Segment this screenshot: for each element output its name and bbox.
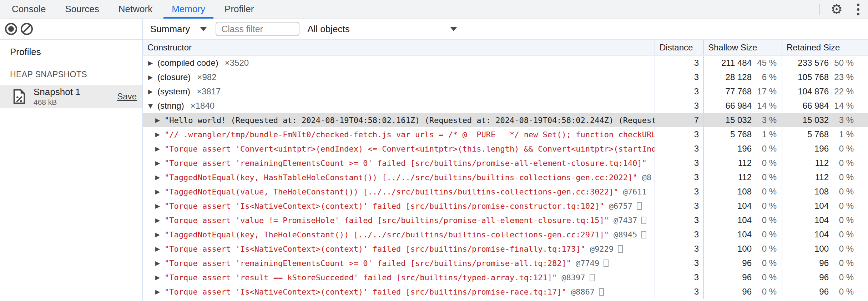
snapshot-size: 468 kB [34, 98, 81, 106]
retained-size-value: 96 [819, 272, 829, 282]
retained-size-cell: 1960 % [782, 142, 868, 156]
shallow-size-cell: 5 7681 % [703, 127, 782, 142]
table-row[interactable]: ▶(compiled code)×35203211 48445 %233 576… [143, 56, 868, 70]
shallow-size-percent: 0 % [752, 187, 777, 197]
expander-collapsed-icon[interactable]: ▶ [155, 131, 165, 138]
expander-collapsed-icon[interactable]: ▶ [155, 117, 165, 124]
retained-size-value: 104 [814, 215, 829, 225]
objects-scope-value: All objects [307, 24, 350, 35]
column-header-retained-size[interactable]: Retained Size [782, 40, 868, 55]
settings-gear-icon[interactable]: ⚙ [831, 3, 843, 16]
shallow-size-cell: 1040 % [703, 199, 782, 213]
retained-size-percent: 3 % [829, 115, 854, 125]
tab-profiler[interactable]: Profiler [215, 0, 263, 18]
shallow-size-percent: 0 % [752, 258, 777, 268]
string-value: "Torque assert 'Is<NativeContext>(contex… [165, 202, 604, 211]
table-row[interactable]: ▶"TaggedNotEqual(key, HashTableHoleConst… [143, 170, 868, 184]
panel-tabs: Console Sources Network Memory Profiler [0, 0, 263, 18]
expander-collapsed-icon[interactable]: ▶ [155, 231, 165, 238]
constructor-cell: ▶"Torque assert 'Is<NativeContext>(conte… [143, 285, 655, 299]
retained-size-cell: 104 87622 % [782, 84, 868, 99]
retained-size-value: 112 [815, 172, 829, 182]
expander-collapsed-icon[interactable]: ▶ [148, 88, 157, 95]
panel-content: Profiles HEAP SNAPSHOTS Snapshot 1 468 k… [0, 40, 868, 301]
expander-collapsed-icon[interactable]: ▶ [155, 188, 165, 195]
distance-value: 3 [655, 270, 703, 285]
table-row[interactable]: ▶(closure)×982328 1286 %105 76823 % [143, 70, 868, 84]
save-link[interactable]: Save [117, 92, 137, 102]
expander-collapsed-icon[interactable]: ▶ [155, 217, 165, 224]
shallow-size-value: 66 984 [726, 101, 752, 111]
table-row[interactable]: ▶"Hello world! (Requested at: 2024-08-19… [143, 113, 868, 127]
table-row[interactable]: ▶"Torque assert 'value != PromiseHole' f… [143, 213, 868, 227]
shallow-size-value: 112 [738, 158, 752, 168]
shallow-size-value: 96 [742, 287, 752, 297]
tab-sources[interactable]: Sources [55, 0, 108, 18]
retained-size-value: 105 768 [798, 72, 829, 82]
shallow-size-percent: 17 % [752, 87, 777, 97]
retained-size-value: 96 [819, 287, 829, 297]
expander-collapsed-icon[interactable]: ▶ [155, 159, 165, 167]
column-header-shallow-size[interactable]: Shallow Size [703, 40, 782, 55]
table-row[interactable]: ▶"Torque assert 'Is<NativeContext>(conte… [143, 242, 868, 256]
table-row[interactable]: ▶"// .wrangler/tmp/bundle-FmNIt0/checked… [143, 127, 868, 142]
shallow-size-cell: 960 % [703, 256, 782, 270]
expander-collapsed-icon[interactable]: ▶ [155, 288, 165, 295]
snapshot-name: Snapshot 1 [34, 87, 81, 97]
objects-scope-select[interactable]: All objects [307, 24, 457, 35]
shallow-size-cell: 960 % [703, 270, 782, 285]
table-row[interactable]: ▶"Torque assert 'Is<NativeContext>(conte… [143, 285, 868, 299]
expander-collapsed-icon[interactable]: ▶ [155, 174, 165, 181]
shallow-size-value: 5 768 [730, 129, 752, 139]
column-header-constructor[interactable]: Constructor [143, 40, 655, 55]
instance-count: ×3520 [225, 58, 249, 68]
table-row[interactable]: ▶"TaggedNotEqual(key, TheHoleConstant())… [143, 227, 868, 242]
constructor-cell: ▶"// .wrangler/tmp/bundle-FmNIt0/checked… [143, 127, 655, 142]
retained-size-value: 100 [814, 244, 829, 254]
instance-count: ×982 [197, 72, 216, 82]
constructor-cell: ▶"TaggedNotEqual(key, HashTableHoleConst… [143, 170, 655, 184]
table-row[interactable]: ▶"Torque assert 'Convert<uintptr>(endInd… [143, 142, 868, 156]
perspective-select[interactable]: Summary [150, 24, 207, 35]
retained-size-value: 104 [814, 201, 829, 211]
tab-console[interactable]: Console [2, 0, 55, 18]
shallow-size-cell: 1080 % [703, 184, 782, 199]
expander-collapsed-icon[interactable]: ▶ [155, 260, 165, 267]
expander-collapsed-icon[interactable]: ▶ [155, 145, 165, 152]
retained-size-percent: 0 % [829, 258, 854, 268]
tab-network[interactable]: Network [109, 0, 162, 18]
object-preview-box-icon [641, 231, 646, 238]
table-row[interactable]: ▶"Torque assert 'Is<NativeContext>(conte… [143, 199, 868, 213]
constructor-cell: ▶"TaggedNotEqual(key, TheHoleConstant())… [143, 227, 655, 242]
record-heap-snapshot-icon[interactable] [5, 23, 17, 35]
constructor-cell: ▶"Torque assert 'remainingElementsCount … [143, 256, 655, 270]
expander-collapsed-icon[interactable]: ▶ [155, 245, 165, 252]
object-id: @8397 [561, 273, 585, 282]
table-row[interactable]: ▶"Torque assert 'remainingElementsCount … [143, 156, 868, 170]
shallow-size-value: 28 128 [726, 72, 752, 82]
column-header-distance[interactable]: Distance [655, 40, 703, 55]
retained-size-value: 66 984 [803, 101, 829, 111]
expander-collapsed-icon[interactable]: ▶ [148, 74, 157, 81]
class-filter-input[interactable] [216, 22, 299, 36]
table-row[interactable]: ▶(system)×3817377 76817 %104 87622 % [143, 84, 868, 99]
expander-collapsed-icon[interactable]: ▶ [148, 59, 157, 66]
heap-snapshot-toolbar: Summary All objects [143, 19, 868, 40]
expander-expanded-icon[interactable]: ▼ [148, 102, 157, 109]
shallow-size-value: 100 [737, 244, 752, 254]
sidebar-item-snapshot-1[interactable]: Snapshot 1 468 kB Save [0, 85, 142, 108]
grid-body: ▶(compiled code)×35203211 48445 %233 576… [143, 56, 868, 299]
tab-memory[interactable]: Memory [162, 0, 215, 18]
more-options-icon[interactable] [853, 2, 863, 17]
clear-profiles-icon[interactable] [21, 23, 33, 35]
table-row[interactable]: ▶"TaggedNotEqual(value, TheHoleConstant(… [143, 184, 868, 199]
shallow-size-percent: 0 % [752, 287, 777, 297]
table-row[interactable]: ▶"Torque assert 'result == kStoreSuccede… [143, 270, 868, 285]
retained-size-value: 196 [814, 144, 829, 154]
retained-size-cell: 233 57650 % [782, 56, 868, 70]
expander-collapsed-icon[interactable]: ▶ [155, 202, 165, 209]
table-row[interactable]: ▼(string)×1840366 98414 %66 98414 % [143, 99, 868, 113]
expander-collapsed-icon[interactable]: ▶ [155, 274, 165, 281]
table-row[interactable]: ▶"Torque assert 'remainingElementsCount … [143, 256, 868, 270]
devtools-tabbar: Console Sources Network Memory Profiler … [0, 0, 868, 19]
